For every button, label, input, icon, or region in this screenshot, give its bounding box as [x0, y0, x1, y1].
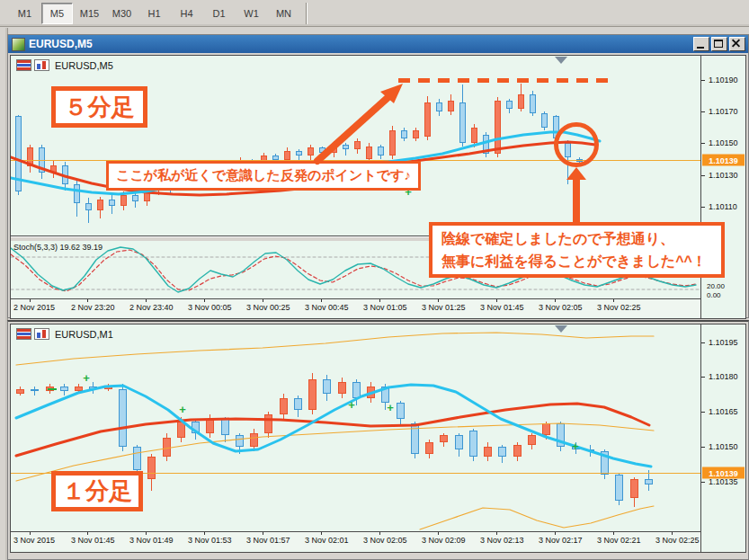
time-axis-label: 3 Nov 00:05 [188, 303, 232, 312]
indicator-lines [11, 324, 700, 531]
titlebar-m5[interactable]: EURUSD,M5 [8, 35, 748, 53]
chart-shift-marker-icon [555, 57, 567, 64]
price-axis-tick [701, 377, 705, 378]
bar-chart-icon [34, 328, 49, 340]
timeframe-button-h1[interactable]: H1 [138, 3, 170, 24]
time-axis-label: 3 Nov 00:25 [246, 303, 290, 312]
fractal-dash-marker [48, 388, 57, 390]
time-axis-tick [379, 299, 380, 302]
minimize-icon[interactable] [693, 37, 709, 51]
time-axis-tick [87, 299, 88, 302]
time-axis-label: 3 Nov 02:09 [422, 536, 466, 545]
timeframe-button-mn[interactable]: MN [268, 3, 299, 24]
price-axis-label: 1.10190 [709, 76, 738, 84]
current-price-badge: 1.10139 [702, 467, 745, 479]
price-axis-label: 1.10180 [709, 372, 738, 381]
time-axis-label: 2 Nov 2015 [13, 303, 55, 312]
price-axis-tick [701, 111, 705, 112]
price-axis-tick [701, 207, 705, 208]
time-axis-tick [30, 532, 31, 535]
time-axis-tick [379, 532, 380, 535]
time-axis-tick [672, 532, 673, 535]
price-axis-label: 1.10110 [709, 202, 737, 211]
time-axis-tick [321, 299, 322, 302]
price-axis-m5[interactable]: 1.101901.101701.101501.101301.101101.101… [700, 56, 745, 318]
time-axis-tick [555, 299, 556, 302]
time-axis-tick [204, 532, 205, 535]
time-axis-label: 3 Nov 02:05 [539, 303, 583, 312]
quotes-grid-icon [16, 328, 31, 340]
stochastic-pane[interactable]: Stoch(5,3,3) 19.62 39.19 [11, 241, 700, 299]
chart-symbol-label: EURUSD,M5 [16, 59, 113, 71]
time-axis-tick [438, 299, 439, 302]
time-axis-label: 2 Nov 23:20 [71, 303, 115, 312]
price-axis-tick [701, 482, 705, 483]
time-axis-tick [204, 299, 205, 302]
time-axis-label: 3 Nov 01:05 [363, 303, 407, 312]
time-axis-label: 3 Nov 02:05 [363, 536, 407, 545]
fractal-plus-marker: + [83, 371, 90, 385]
time-axis-label: 3 Nov 02:13 [480, 536, 524, 545]
time-axis-label: 3 Nov 00:45 [305, 303, 349, 312]
price-axis-label: 1.10195 [709, 338, 738, 347]
time-axis-m1[interactable]: 3 Nov 20153 Nov 01:453 Nov 01:493 Nov 01… [11, 532, 700, 550]
price-axis-label: 1.10170 [709, 107, 738, 116]
time-axis-tick [438, 532, 439, 535]
time-axis-label: 3 Nov 02:17 [539, 536, 583, 545]
fractal-plus-marker: + [405, 185, 412, 199]
current-price-badge: 1.10139 [702, 155, 745, 166]
timeframe-button-m30[interactable]: M30 [106, 3, 138, 24]
time-axis-tick [555, 532, 556, 535]
chart-frame-m1: EURUSD,M1 +++++ 3 Nov 20153 Nov 01:453 N… [10, 324, 746, 553]
price-plot-m5[interactable]: EURUSD,M5 + [11, 56, 700, 236]
symbol-period-text: EURUSD,M5 [55, 60, 113, 71]
price-axis-tick [701, 412, 705, 413]
fractal-plus-marker: + [387, 401, 394, 414]
price-plot-m1[interactable]: EURUSD,M1 +++++ [11, 324, 700, 532]
time-axis-tick [613, 299, 614, 302]
chart-symbol-label: EURUSD,M1 [16, 328, 113, 340]
stochastic-lines [11, 241, 700, 298]
time-axis-m5[interactable]: 2 Nov 20152 Nov 23:202 Nov 23:403 Nov 00… [11, 299, 700, 317]
timeframe-button-h4[interactable]: H4 [171, 3, 202, 24]
timeframe-button-m5[interactable]: M5 [41, 3, 73, 24]
time-axis-label: 3 Nov 02:01 [305, 536, 349, 545]
price-axis-m1[interactable]: 1.101951.101801.101651.101501.101351.101… [700, 324, 745, 552]
window-buttons [693, 37, 748, 51]
chart-shift-marker-icon [555, 325, 567, 333]
time-axis-label: 3 Nov 01:25 [422, 303, 466, 312]
price-axis-label: 1.10150 [709, 138, 738, 147]
timeframe-button-w1[interactable]: W1 [236, 3, 267, 24]
time-axis-label: 3 Nov 01:49 [129, 536, 174, 545]
bar-chart-icon [34, 59, 49, 71]
timeframe-button-m1[interactable]: M1 [9, 3, 40, 24]
stochastic-label: Stoch(5,3,3) 19.62 39.19 [13, 243, 103, 252]
time-axis-label: 3 Nov 02:25 [655, 536, 700, 545]
time-axis-tick [146, 532, 147, 535]
close-icon[interactable] [729, 37, 745, 51]
time-axis-tick [613, 532, 614, 535]
time-axis-tick [496, 299, 497, 302]
price-axis-tick [701, 143, 705, 144]
price-axis-tick [701, 80, 705, 81]
price-axis-tick [701, 175, 705, 176]
fractal-plus-marker: + [572, 440, 579, 453]
time-axis-tick [496, 532, 497, 535]
time-axis-tick [321, 532, 322, 535]
timeframe-button-m15[interactable]: M15 [74, 3, 105, 24]
time-axis-label: 3 Nov 01:53 [188, 536, 232, 545]
stoch-axis-label: 0.00 [707, 291, 721, 299]
window-title: EURUSD,M5 [29, 38, 93, 50]
timeframe-button-d1[interactable]: D1 [203, 3, 235, 24]
time-axis-label: 3 Nov 01:57 [246, 536, 290, 545]
time-axis-label: 2 Nov 23:40 [129, 303, 174, 312]
time-axis-label: 3 Nov 01:45 [71, 536, 115, 545]
maximize-icon[interactable] [711, 37, 727, 51]
chart-window-m1: EURUSD,M1 +++++ 3 Nov 20153 Nov 01:453 N… [7, 320, 749, 560]
fractal-plus-marker: + [179, 403, 186, 416]
quotes-grid-icon [16, 59, 31, 71]
chart-window-m5: EURUSD,M5 EURUSD,M5 + Stoch(5,3,3) 19.62… [7, 34, 749, 318]
chart-frame-m5: EURUSD,M5 + Stoch(5,3,3) 19.62 39.19 2 N… [10, 55, 746, 319]
application-screen: M1M5M15M30H1H4D1W1MN EURUSD,M5 EURUSD,M5 [0, 0, 749, 560]
price-axis-label: 1.10135 [709, 477, 738, 486]
